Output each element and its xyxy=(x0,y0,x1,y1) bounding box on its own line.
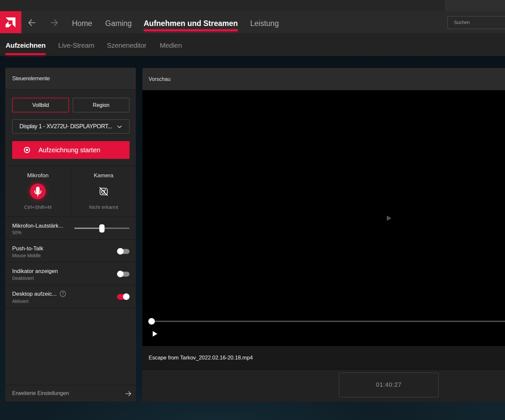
svg-text:?: ? xyxy=(62,291,64,296)
